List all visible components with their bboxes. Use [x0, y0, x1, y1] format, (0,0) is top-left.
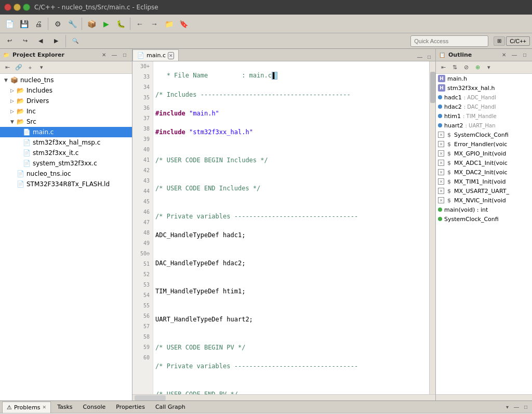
- bottom-panel-maximize-btn[interactable]: □: [522, 403, 530, 411]
- outline-item-sysclock[interactable]: ✕ $ SystemClock_Confi: [436, 130, 532, 139]
- func-dot-main: [438, 208, 442, 212]
- close-button[interactable]: [4, 4, 11, 11]
- redo-button[interactable]: ↪: [18, 34, 32, 48]
- editor-horizontal-scrollbar[interactable]: [132, 394, 435, 400]
- zoom-in-button[interactable]: 🔍: [68, 34, 83, 48]
- editor-vertical-scrollbar[interactable]: [429, 61, 435, 394]
- tree-item-hal-it[interactable]: 📄 stm32f3xx_it.c: [0, 148, 132, 158]
- outline-scrollbar[interactable]: [436, 394, 532, 400]
- outline-item-hal[interactable]: H stm32f3xx_hal.h: [436, 83, 532, 93]
- tree-item-nucleo[interactable]: ▼ 📦 nucleo_tns: [0, 75, 132, 85]
- debug-button[interactable]: 🐛: [113, 17, 128, 31]
- code-line: /* Includes ----------------------------…: [155, 90, 427, 99]
- tree-item-includes[interactable]: ▷ 📂 Includes: [0, 85, 132, 96]
- outline-item-usart2[interactable]: ✕ $ MX_USART2_UART_: [436, 186, 532, 196]
- outline-collapse-btn[interactable]: ⇤: [438, 62, 448, 73]
- bottom-panel-minimize-btn[interactable]: —: [512, 403, 521, 411]
- outline-filter-btn[interactable]: ⊘: [461, 62, 471, 73]
- bookmark-button[interactable]: 🔖: [176, 17, 191, 31]
- editor-minimize-btn[interactable]: —: [416, 53, 424, 61]
- outline-item-huart2[interactable]: huart2 : UART_Han: [436, 121, 532, 130]
- tab-problems[interactable]: ⚠ Problems ✕: [2, 402, 51, 413]
- outline-item-sysclock2[interactable]: SystemClock_Confi: [436, 214, 532, 224]
- open-folder-button[interactable]: 📁: [162, 17, 176, 31]
- header-icon-hal: H: [438, 84, 445, 92]
- bottom-tab-bar: ⚠ Problems ✕ Tasks Console Properties Ca…: [0, 401, 532, 413]
- problems-tab-close[interactable]: ✕: [43, 405, 47, 410]
- tree-item-ioc[interactable]: 📄 nucleo_tns.ioc: [0, 169, 132, 179]
- nav-prev-button[interactable]: ◀: [33, 34, 48, 48]
- code-line: ADC_HandleTypeDef hadc1;: [155, 230, 427, 240]
- collapse-all-btn[interactable]: ⇤: [2, 62, 12, 73]
- bottom-panel-menu-btn[interactable]: ▾: [503, 403, 511, 411]
- outline-close-btn[interactable]: ✕: [500, 51, 508, 59]
- explorer-view-menu-btn[interactable]: ▾: [36, 62, 47, 73]
- build-button[interactable]: 📦: [84, 17, 99, 31]
- scrollbar-thumb[interactable]: [430, 72, 435, 103]
- console-label: Console: [83, 404, 106, 410]
- main-layout: 📁 Project Explorer ✕ — □ ⇤ 🔗 + ▾ ▼ 📦 nuc…: [0, 49, 532, 400]
- tab-console[interactable]: Console: [79, 402, 110, 413]
- tree-item-hal-msp[interactable]: 📄 stm32f3xx_hal_msp.c: [0, 137, 132, 148]
- outline-item-tim1[interactable]: ✕ $ MX_TIM1_Init(void: [436, 177, 532, 186]
- new-btn[interactable]: +: [25, 62, 35, 73]
- run-button[interactable]: ▶: [99, 17, 113, 31]
- cross-icon-gpio: ✕: [438, 150, 444, 157]
- outline-maximize-btn[interactable]: □: [521, 51, 529, 59]
- print-button[interactable]: 🖨: [31, 17, 46, 31]
- tab-tasks[interactable]: Tasks: [53, 402, 76, 413]
- outline-item-mainh[interactable]: H main.h: [436, 74, 532, 83]
- editor-maximize-btn[interactable]: □: [425, 53, 433, 61]
- explorer-maximize-btn[interactable]: □: [121, 51, 129, 59]
- outline-toolbar: ⇤ ⇅ ⊘ ⊕ ▾: [436, 61, 532, 74]
- tree-item-src[interactable]: ▼ 📂 Src: [0, 117, 132, 127]
- back-button[interactable]: ←: [132, 17, 147, 31]
- outline-item-htim1[interactable]: htim1 : TIM_Handle: [436, 111, 532, 121]
- tree-item-inc[interactable]: ▷ 📂 Inc: [0, 106, 132, 117]
- perspective-cpp-btn[interactable]: C/C++: [506, 36, 530, 46]
- outline-item-dac2[interactable]: ✕ $ MX_DAC2_Init(voic: [436, 167, 532, 177]
- wrench-button[interactable]: 🔧: [65, 17, 79, 31]
- edit-toolbar-group: ⚙ 🔧: [50, 17, 79, 31]
- tree-item-ld[interactable]: 📄 STM32F334R8Tx_FLASH.ld: [0, 179, 132, 189]
- outline-item-hadc1[interactable]: hadc1 : ADC_Handl: [436, 93, 532, 102]
- cross-icon-dac2: ✕: [438, 169, 444, 175]
- code-content[interactable]: * File Name : main.c▌ /* Includes ------…: [153, 61, 429, 394]
- explorer-menu-btn[interactable]: ✕: [100, 51, 108, 59]
- ld-icon: 📄: [17, 180, 24, 188]
- outline-item-adc1[interactable]: ✕ $ MX_ADC1_Init(voic: [436, 158, 532, 167]
- outline-item-errorhandler[interactable]: ✕ $ Error_Handler(voic: [436, 139, 532, 149]
- outline-item-nvic[interactable]: ✕ $ MX_NVIC_Init(void: [436, 196, 532, 205]
- settings-button[interactable]: ⚙: [50, 17, 65, 31]
- editor-tab-mainc[interactable]: 📄 main.c ✕: [132, 49, 179, 61]
- tab-callgraph[interactable]: Call Graph: [151, 402, 190, 413]
- nav-next-button[interactable]: ▶: [49, 34, 63, 48]
- outline-down-arrow-btn[interactable]: ▾: [484, 62, 494, 73]
- project-icon: 📦: [10, 76, 18, 84]
- tab-properties[interactable]: Properties: [112, 402, 149, 413]
- code-line: #include "stm32f3xx_hal.h": [155, 127, 427, 137]
- tab-close-btn[interactable]: ✕: [168, 52, 174, 59]
- undo-button[interactable]: ↩: [2, 34, 17, 48]
- minimize-button[interactable]: [14, 4, 21, 11]
- quick-access-input[interactable]: [410, 35, 488, 47]
- outline-item-hdac2[interactable]: hdac2 : DAC_Handl: [436, 102, 532, 111]
- tree-item-mainc[interactable]: 📄 main.c: [0, 127, 132, 137]
- outline-title: Outline: [448, 51, 498, 58]
- link-editor-btn[interactable]: 🔗: [14, 62, 24, 73]
- forward-button[interactable]: →: [147, 17, 162, 31]
- code-editor[interactable]: 30+ 33 34 35 36 37 38 39 40 41 42 43 44 …: [132, 61, 435, 394]
- perspective-icon-btn[interactable]: ⊞: [494, 36, 505, 46]
- outline-item-gpio[interactable]: ✕ $ MX_GPIO_Init(void: [436, 149, 532, 158]
- explorer-minimize-btn[interactable]: —: [110, 51, 118, 59]
- outline-panel: 📋 Outline ✕ — □ ⇤ ⇅ ⊘ ⊕ ▾ H main.h H stm…: [436, 49, 532, 400]
- outline-minimize-btn[interactable]: —: [510, 51, 518, 59]
- outline-add-btn[interactable]: ⊕: [472, 62, 483, 73]
- outline-sort-btn[interactable]: ⇅: [449, 62, 460, 73]
- tree-item-drivers[interactable]: ▷ 📂 Drivers: [0, 96, 132, 106]
- new-button[interactable]: 📄: [2, 17, 17, 31]
- tree-item-system[interactable]: 📄 system_stm32f3xx.c: [0, 158, 132, 169]
- save-button[interactable]: 💾: [17, 17, 31, 31]
- maximize-button[interactable]: [23, 4, 30, 11]
- outline-item-main[interactable]: main(void) : int: [436, 205, 532, 214]
